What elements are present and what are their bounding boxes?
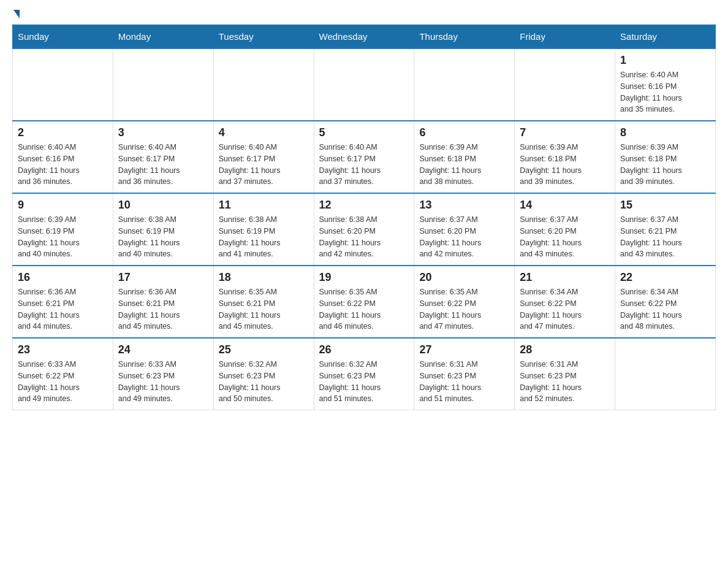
day-info: Sunrise: 6:39 AMSunset: 6:19 PMDaylight:… bbox=[18, 214, 108, 260]
calendar-week-row: 9Sunrise: 6:39 AMSunset: 6:19 PMDaylight… bbox=[13, 193, 716, 266]
logo bbox=[12, 12, 20, 18]
day-info: Sunrise: 6:39 AMSunset: 6:18 PMDaylight:… bbox=[620, 142, 710, 188]
day-info: Sunrise: 6:40 AMSunset: 6:16 PMDaylight:… bbox=[18, 142, 108, 188]
day-number: 26 bbox=[319, 343, 409, 356]
calendar-cell: 12Sunrise: 6:38 AMSunset: 6:20 PMDayligh… bbox=[314, 193, 414, 266]
calendar-cell: 14Sunrise: 6:37 AMSunset: 6:20 PMDayligh… bbox=[515, 193, 615, 266]
calendar-cell bbox=[615, 338, 716, 410]
day-number: 18 bbox=[219, 271, 309, 284]
day-of-week-header: Tuesday bbox=[213, 25, 314, 49]
day-info: Sunrise: 6:38 AMSunset: 6:19 PMDaylight:… bbox=[118, 214, 208, 260]
day-info: Sunrise: 6:38 AMSunset: 6:19 PMDaylight:… bbox=[219, 214, 309, 260]
day-info: Sunrise: 6:38 AMSunset: 6:20 PMDaylight:… bbox=[319, 214, 409, 260]
calendar-cell: 26Sunrise: 6:32 AMSunset: 6:23 PMDayligh… bbox=[314, 338, 414, 410]
calendar-cell: 21Sunrise: 6:34 AMSunset: 6:22 PMDayligh… bbox=[515, 266, 615, 338]
day-number: 7 bbox=[520, 126, 610, 139]
calendar-cell: 7Sunrise: 6:39 AMSunset: 6:18 PMDaylight… bbox=[515, 121, 615, 193]
day-info: Sunrise: 6:34 AMSunset: 6:22 PMDaylight:… bbox=[620, 286, 710, 332]
day-info: Sunrise: 6:36 AMSunset: 6:21 PMDaylight:… bbox=[18, 286, 108, 332]
calendar-table: SundayMondayTuesdayWednesdayThursdayFrid… bbox=[12, 25, 716, 410]
calendar-cell: 2Sunrise: 6:40 AMSunset: 6:16 PMDaylight… bbox=[13, 121, 113, 193]
calendar-cell: 10Sunrise: 6:38 AMSunset: 6:19 PMDayligh… bbox=[113, 193, 213, 266]
calendar-cell: 13Sunrise: 6:37 AMSunset: 6:20 PMDayligh… bbox=[414, 193, 515, 266]
page-header bbox=[12, 12, 716, 18]
day-info: Sunrise: 6:35 AMSunset: 6:21 PMDaylight:… bbox=[219, 286, 309, 332]
day-info: Sunrise: 6:37 AMSunset: 6:21 PMDaylight:… bbox=[620, 214, 710, 260]
day-number: 23 bbox=[18, 343, 108, 356]
calendar-cell: 11Sunrise: 6:38 AMSunset: 6:19 PMDayligh… bbox=[213, 193, 314, 266]
day-info: Sunrise: 6:39 AMSunset: 6:18 PMDaylight:… bbox=[520, 142, 610, 188]
calendar-week-row: 1Sunrise: 6:40 AMSunset: 6:16 PMDaylight… bbox=[13, 48, 716, 121]
day-info: Sunrise: 6:39 AMSunset: 6:18 PMDaylight:… bbox=[419, 142, 509, 188]
day-number: 24 bbox=[118, 343, 208, 356]
calendar-week-row: 16Sunrise: 6:36 AMSunset: 6:21 PMDayligh… bbox=[13, 266, 716, 338]
day-number: 16 bbox=[18, 271, 108, 284]
day-of-week-header: Friday bbox=[515, 25, 615, 49]
day-number: 20 bbox=[419, 271, 509, 284]
calendar-week-row: 2Sunrise: 6:40 AMSunset: 6:16 PMDaylight… bbox=[13, 121, 716, 193]
day-info: Sunrise: 6:33 AMSunset: 6:22 PMDaylight:… bbox=[18, 359, 108, 405]
calendar-cell: 23Sunrise: 6:33 AMSunset: 6:22 PMDayligh… bbox=[13, 338, 113, 410]
calendar-cell: 28Sunrise: 6:31 AMSunset: 6:23 PMDayligh… bbox=[515, 338, 615, 410]
day-number: 5 bbox=[319, 126, 409, 139]
day-info: Sunrise: 6:37 AMSunset: 6:20 PMDaylight:… bbox=[520, 214, 610, 260]
calendar-cell: 3Sunrise: 6:40 AMSunset: 6:17 PMDaylight… bbox=[113, 121, 213, 193]
day-number: 15 bbox=[620, 199, 710, 212]
calendar-cell: 24Sunrise: 6:33 AMSunset: 6:23 PMDayligh… bbox=[113, 338, 213, 410]
calendar-cell: 27Sunrise: 6:31 AMSunset: 6:23 PMDayligh… bbox=[414, 338, 515, 410]
calendar-cell: 4Sunrise: 6:40 AMSunset: 6:17 PMDaylight… bbox=[213, 121, 314, 193]
day-number: 25 bbox=[219, 343, 309, 356]
day-number: 21 bbox=[520, 271, 610, 284]
calendar-cell: 16Sunrise: 6:36 AMSunset: 6:21 PMDayligh… bbox=[13, 266, 113, 338]
day-info: Sunrise: 6:40 AMSunset: 6:16 PMDaylight:… bbox=[620, 69, 710, 115]
calendar-cell bbox=[213, 48, 314, 121]
calendar-cell bbox=[515, 48, 615, 121]
day-of-week-header: Monday bbox=[113, 25, 213, 49]
day-number: 3 bbox=[118, 126, 208, 139]
day-number: 22 bbox=[620, 271, 710, 284]
day-of-week-header: Saturday bbox=[615, 25, 716, 49]
day-number: 9 bbox=[18, 199, 108, 212]
day-info: Sunrise: 6:32 AMSunset: 6:23 PMDaylight:… bbox=[319, 359, 409, 405]
calendar-cell bbox=[414, 48, 515, 121]
day-info: Sunrise: 6:33 AMSunset: 6:23 PMDaylight:… bbox=[118, 359, 208, 405]
day-number: 4 bbox=[219, 126, 309, 139]
calendar-cell bbox=[13, 48, 113, 121]
calendar-cell bbox=[314, 48, 414, 121]
day-number: 11 bbox=[219, 199, 309, 212]
day-info: Sunrise: 6:31 AMSunset: 6:23 PMDaylight:… bbox=[419, 359, 509, 405]
calendar-cell: 22Sunrise: 6:34 AMSunset: 6:22 PMDayligh… bbox=[615, 266, 716, 338]
calendar-cell: 18Sunrise: 6:35 AMSunset: 6:21 PMDayligh… bbox=[213, 266, 314, 338]
day-number: 14 bbox=[520, 199, 610, 212]
day-number: 6 bbox=[419, 126, 509, 139]
calendar-cell: 9Sunrise: 6:39 AMSunset: 6:19 PMDaylight… bbox=[13, 193, 113, 266]
day-number: 1 bbox=[620, 54, 710, 67]
day-of-week-header: Sunday bbox=[13, 25, 113, 49]
day-number: 19 bbox=[319, 271, 409, 284]
day-number: 12 bbox=[319, 199, 409, 212]
day-of-week-header: Wednesday bbox=[314, 25, 414, 49]
calendar-header-row: SundayMondayTuesdayWednesdayThursdayFrid… bbox=[13, 25, 716, 49]
day-number: 2 bbox=[18, 126, 108, 139]
calendar-cell: 5Sunrise: 6:40 AMSunset: 6:17 PMDaylight… bbox=[314, 121, 414, 193]
day-info: Sunrise: 6:35 AMSunset: 6:22 PMDaylight:… bbox=[419, 286, 509, 332]
calendar-cell: 1Sunrise: 6:40 AMSunset: 6:16 PMDaylight… bbox=[615, 48, 716, 121]
day-number: 8 bbox=[620, 126, 710, 139]
day-info: Sunrise: 6:31 AMSunset: 6:23 PMDaylight:… bbox=[520, 359, 610, 405]
day-number: 28 bbox=[520, 343, 610, 356]
logo-arrow-icon bbox=[13, 10, 20, 18]
calendar-cell: 19Sunrise: 6:35 AMSunset: 6:22 PMDayligh… bbox=[314, 266, 414, 338]
day-info: Sunrise: 6:32 AMSunset: 6:23 PMDaylight:… bbox=[219, 359, 309, 405]
day-info: Sunrise: 6:40 AMSunset: 6:17 PMDaylight:… bbox=[319, 142, 409, 188]
calendar-cell: 20Sunrise: 6:35 AMSunset: 6:22 PMDayligh… bbox=[414, 266, 515, 338]
day-info: Sunrise: 6:35 AMSunset: 6:22 PMDaylight:… bbox=[319, 286, 409, 332]
day-number: 10 bbox=[118, 199, 208, 212]
calendar-cell: 15Sunrise: 6:37 AMSunset: 6:21 PMDayligh… bbox=[615, 193, 716, 266]
calendar-cell: 6Sunrise: 6:39 AMSunset: 6:18 PMDaylight… bbox=[414, 121, 515, 193]
calendar-week-row: 23Sunrise: 6:33 AMSunset: 6:22 PMDayligh… bbox=[13, 338, 716, 410]
day-info: Sunrise: 6:40 AMSunset: 6:17 PMDaylight:… bbox=[118, 142, 208, 188]
day-info: Sunrise: 6:36 AMSunset: 6:21 PMDaylight:… bbox=[118, 286, 208, 332]
day-number: 27 bbox=[419, 343, 509, 356]
day-info: Sunrise: 6:40 AMSunset: 6:17 PMDaylight:… bbox=[219, 142, 309, 188]
calendar-cell: 8Sunrise: 6:39 AMSunset: 6:18 PMDaylight… bbox=[615, 121, 716, 193]
